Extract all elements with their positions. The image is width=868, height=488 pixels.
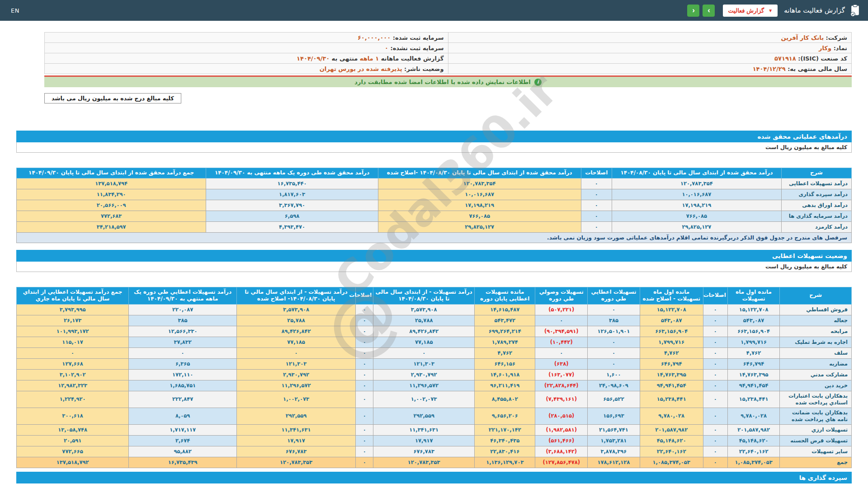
table-cell: (۳,۶۸۸,۱۴۲) <box>535 446 588 457</box>
table-cell: ۱۰,۰۱۶,۶۸۷ <box>612 189 781 200</box>
table-cell: ۱,۷۱۷,۱۱۷ <box>129 424 237 435</box>
table-cell: ۰ <box>703 315 727 326</box>
table-cell: ۲۰,۵۶۶,۰۰۹ <box>17 200 206 211</box>
row-label: مضاربه <box>780 358 852 369</box>
info-value: ۶۰,۰۰۰,۰۰۰ <box>358 34 391 41</box>
table-row: درآمد سرمایه گذاری ها۷۶۶,۰۸۵۰۷۶۶,۰۸۵۶,۵۹… <box>17 211 852 221</box>
table-cell: ۲۴,۰۹۸,۶۰۹ <box>588 380 640 391</box>
table-cell: ۴۵,۱۴۸,۶۲۰ <box>727 435 780 446</box>
table-row: بدهکاران بابت اعتبارات اسنادي پرداخت شده… <box>17 391 852 408</box>
row-label: درآمد سرمایه گذاری ها <box>781 211 851 221</box>
table-cell: ۰ <box>703 347 727 358</box>
units-note-box: کلیه مبالغ درج شده به میلیون ریال می باش… <box>44 93 181 103</box>
report-type-dropdown-label: گزارش فعالیت <box>728 7 764 14</box>
column-header: مانده اول ماه تسهیلات <box>727 287 780 304</box>
table-cell: ۰ <box>703 358 727 369</box>
signature-match-bar: i اطلاعات نمایش داده شده با اطلاعات امضا… <box>44 75 852 87</box>
table-cell: ۱۷۲,۱۱۰ <box>129 369 237 380</box>
table-cell: ۱۲۰,۷۸۳,۳۵۳ <box>373 457 475 468</box>
info-value: پذیرفته شده در بورس تهران <box>320 66 402 72</box>
table-cell: ۰ <box>17 347 129 358</box>
table-cell: ۲۲۱,۱۷۰,۱۴۲ <box>475 424 535 435</box>
table-cell: ۹۴,۹۴۱,۴۵۴ <box>727 380 780 391</box>
table-row: تسهیلات قرض الحسنه۴۵,۱۴۸,۶۲۰۰۴۵,۱۴۸,۶۲۰۱… <box>17 435 852 446</box>
language-toggle-en[interactable]: EN <box>11 7 19 14</box>
table-cell: ۱,۲۲۴,۹۲۰ <box>17 391 129 408</box>
table-cell: ۸۹,۴۲۶,۸۴۲ <box>237 326 356 337</box>
company-info-cell: گزارش فعالیت ماهانه ۱ ماهه منتهی به ۱۴۰۴… <box>45 53 448 64</box>
table-cell: ۳,۵۷۳,۹۰۸ <box>237 304 356 315</box>
company-info-cell: شرکت: بانک کار آفرین <box>448 33 852 43</box>
page: { "colors":{ "topbar":"#2f4b5c","section… <box>0 0 868 488</box>
table-cell: (۵۶۱,۴۶۶) <box>535 435 588 446</box>
table-cell: (۷,۴۳۹,۱۶۱) <box>535 391 588 408</box>
table-cell: (۱۲۷,۸۵۶,۴۷۸) <box>535 457 588 468</box>
table-cell: ۱۱,۲۹۶,۵۷۲ <box>237 380 356 391</box>
table-cell: ۴,۷۶۲ <box>475 347 535 358</box>
table-cell: ۱۳۷,۵۱۸,۷۹۴ <box>17 178 206 189</box>
table-cell: ۴,۳۹۳,۴۷۰ <box>206 221 378 232</box>
table-cell: ۱,۶۰۰ <box>588 369 640 380</box>
company-info-cell: وضعیت ناشر: پذیرفته شده در بورس تهران <box>45 64 448 74</box>
table-cell: ۰ <box>703 304 727 315</box>
facilities-table-header-row: شرحمانده اول ماه تسهیلاتاصلاحاتمانده اول… <box>17 287 852 304</box>
company-info-body: شرکت: بانک کار آفرینسرمایه ثبت شده: ۶۰,۰… <box>45 33 852 74</box>
previous-period-button[interactable]: ‹ <box>687 5 699 17</box>
table-cell: ۲۹,۸۲۵,۱۲۷ <box>612 221 781 232</box>
table-cell: ۷۶۶,۰۸۵ <box>378 211 581 221</box>
column-header: جمع درآمد تسهیلات اعطایي از ابتداي سال م… <box>17 287 129 304</box>
table-cell: (۶۳۸) <box>535 358 588 369</box>
row-label: درآمد اوراق بدهی <box>781 200 851 211</box>
row-label: خرید دین <box>780 380 852 391</box>
table-cell: ۱۰۱,۹۹۳,۱۷۲ <box>17 326 129 337</box>
top-bar-right-group: گزارش فعالیت ماهانه ▼ گزارش فعالیت › ‹ <box>687 4 861 17</box>
next-period-button[interactable]: › <box>703 5 715 17</box>
table-cell: ۰ <box>703 369 727 380</box>
table-cell: ۰ <box>356 358 373 369</box>
table-cell: ۴۶,۳۴۰,۴۳۵ <box>475 435 535 446</box>
table-cell: ۰ <box>581 178 612 189</box>
table-cell: ۱۵,۲۳۸,۴۴۱ <box>727 391 780 408</box>
info-label: شرکت: <box>824 34 847 41</box>
table-cell: ۰ <box>703 446 727 457</box>
table-cell: ۰ <box>237 347 356 358</box>
table-cell: ۱۴,۶۰۱,۹۱۸ <box>475 369 535 380</box>
table-cell: ۱۱۵,۰۱۷ <box>17 337 129 347</box>
table-cell: ۱۲۶,۵۰۱,۹۰۱ <box>588 326 640 337</box>
table-cell: ۶۴۶,۱۵۶ <box>475 358 535 369</box>
info-value: وکار <box>819 45 831 52</box>
table-cell: ۱۳,۰۵۸,۷۴۸ <box>17 424 129 435</box>
info-label: گزارش فعالیت ماهانه <box>379 55 443 62</box>
table-cell: ۸,۴۵۵,۸۰۲ <box>475 391 535 408</box>
report-type-dropdown[interactable]: ▼ گزارش فعالیت <box>723 5 778 17</box>
table-cell: ۱,۷۵۳,۲۸۱ <box>588 435 640 446</box>
table-cell: ۱۷,۹۱۷ <box>373 435 475 446</box>
row-label: جمع <box>780 457 852 468</box>
table-cell: ۲۲,۸۳۰,۴۱۶ <box>475 446 535 457</box>
table-cell: (۲۲,۸۲۸,۶۴۴) <box>535 380 588 391</box>
table-cell: ۰ <box>535 347 588 358</box>
table-cell: ۱,۰۸۵,۳۷۴,۰۵۳ <box>640 457 703 468</box>
table-row: سلف۴,۷۶۲۰۴,۷۶۲۰۰۴,۷۶۲۰۰۰۰۰ <box>17 347 852 358</box>
table-cell: ۰ <box>356 446 373 457</box>
table-cell: ۲۲۰,۰۸۷ <box>129 304 237 315</box>
table-cell: ۱۲۷,۶۶۸ <box>17 358 129 369</box>
table-row: فروش اقساطي۱۵,۱۲۲,۷۰۸۰۱۵,۱۲۲,۷۰۸۰(۵۰۷,۲۲… <box>17 304 852 315</box>
table-cell: ۱۵,۱۲۲,۷۰۸ <box>640 304 703 315</box>
row-label: اجاره به شرط تملیک <box>780 337 852 347</box>
table-cell: ۶,۵۹۸ <box>206 211 378 221</box>
row-label: درآمد سپرده گذاری <box>781 189 851 200</box>
table-cell: ۶,۳۶۵ <box>129 358 237 369</box>
table-row: مرابحه۶۶۳,۱۵۶,۹۰۴۰۶۶۳,۱۵۶,۹۰۴۱۲۶,۵۰۱,۹۰۱… <box>17 326 852 337</box>
table-cell: ۰ <box>356 337 373 347</box>
table-cell: ۰ <box>356 347 373 358</box>
table-cell: ۹۶,۲۱۱,۴۱۹ <box>475 380 535 391</box>
column-header: اصلاحات <box>581 168 612 178</box>
table-cell: ۷۷,۱۸۵ <box>237 337 356 347</box>
table-cell: ۸,۰۵۹ <box>129 408 237 424</box>
company-info-row: سال مالی منتهی به: ۱۴۰۴/۱۲/۲۹وضعیت ناشر:… <box>45 64 852 74</box>
row-label: تسهیلات قرض الحسنه <box>780 435 852 446</box>
table-cell: ۱,۱۳۶,۱۲۹,۷۰۳ <box>475 457 535 468</box>
table-cell: (۹۰,۳۹۴,۵۹۱) <box>535 326 588 337</box>
table-cell: ۱۱,۸۳۴,۲۹۰ <box>17 189 206 200</box>
